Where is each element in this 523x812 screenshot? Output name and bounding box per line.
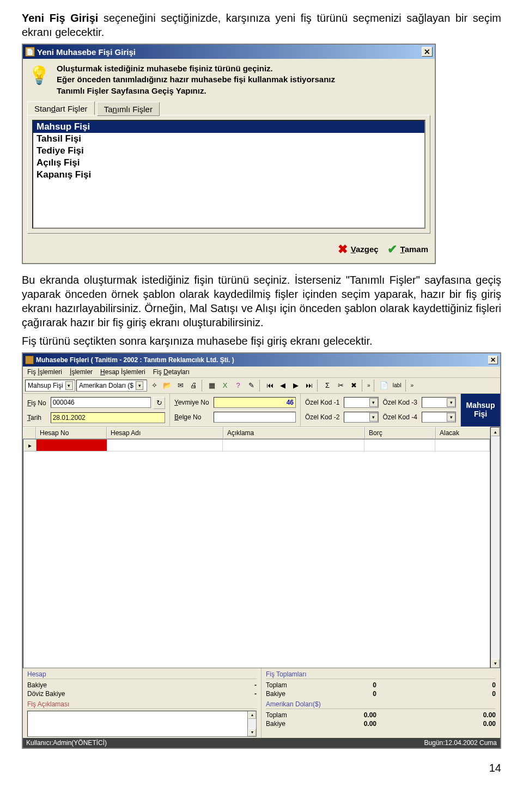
chevron-down-icon[interactable]: ▾ (65, 381, 73, 390)
overflow-icon[interactable]: » (366, 382, 372, 388)
tool-grid-icon[interactable]: ▦ (206, 380, 218, 392)
desc-line-2: Eğer önceden tanımladığınız hazır muhase… (57, 74, 335, 85)
tool-scissors-icon[interactable]: ✂ (335, 380, 346, 392)
currency-combo[interactable]: Amerikan Doları ($ ▾ (76, 380, 147, 392)
refresh-icon[interactable]: ↻ (153, 397, 165, 409)
cell-alacak[interactable] (435, 439, 490, 451)
tool-prev-icon[interactable]: ◀ (277, 380, 289, 392)
ozelkod4-combo[interactable]: ▾ (422, 412, 456, 423)
belge-input[interactable] (214, 412, 296, 423)
menu-item[interactable]: İşlemler (70, 368, 93, 376)
combo-value: Amerikan Doları ($ (79, 382, 133, 389)
dialog-titlebar[interactable]: 📄 Yeni Muhasebe Fişi Girişi ✕ (23, 45, 435, 59)
window-titlebar[interactable]: Muhasebe Fişleri ( Tanitim - 2002 : Tanı… (23, 353, 500, 367)
toolbar: Mahsup Fişi ▾ Amerikan Doları ($ ▾ ✧ 📂 ✉… (23, 378, 500, 394)
grid-body[interactable]: ▸ (23, 439, 490, 668)
lightbulb-icon: 💡 (27, 63, 51, 87)
tool-abi-icon[interactable]: Iabl (391, 380, 403, 392)
grid-column-header[interactable]: Hesap Adı (107, 427, 223, 439)
voucher-type-combo[interactable]: Mahsup Fişi ▾ (25, 380, 75, 392)
chevron-down-icon[interactable]: ▾ (447, 398, 455, 407)
hesap-group-title: Hesap (27, 670, 257, 679)
kv-row: Toplam0.00 (266, 711, 376, 719)
grid-column-header[interactable]: Borç (365, 427, 436, 439)
list-item[interactable]: Tahsil Fişi (33, 133, 424, 145)
scroll-up-icon[interactable]: ▴ (491, 428, 500, 436)
tool-sum-icon[interactable]: Σ (321, 380, 333, 392)
tab-tanimli-fisler[interactable]: Tanımlı Fişler (97, 102, 160, 116)
scroll-down-icon[interactable]: ▾ (248, 729, 256, 736)
voucher-window: Muhasebe Fişleri ( Tanitim - 2002 : Tanı… (22, 352, 501, 749)
tool-doc-icon[interactable]: 📄 (378, 380, 390, 392)
tool-pen-icon[interactable]: ✎ (245, 380, 257, 392)
chevron-down-icon[interactable]: ▾ (136, 381, 143, 390)
separator (362, 380, 364, 392)
fisno-label: Fiş No (27, 399, 46, 407)
kv-row: 0 (385, 689, 496, 698)
cell-aciklama[interactable] (223, 439, 364, 451)
dialog-icon: 📄 (25, 47, 35, 57)
chevron-down-icon[interactable]: ▾ (369, 398, 378, 407)
tool-last-icon[interactable]: ⏭ (303, 380, 315, 392)
scroll-track[interactable] (491, 436, 500, 659)
yevno-input[interactable]: 46 (214, 397, 296, 408)
list-item[interactable]: Kapanış Fişi (33, 169, 424, 181)
overflow-icon[interactable]: » (410, 382, 415, 388)
tool-excel-icon[interactable]: X (219, 380, 231, 392)
new-voucher-dialog: 📄 Yeni Muhasebe Fişi Girişi ✕ 💡 Oluşturm… (22, 44, 436, 264)
desc-line-3: Tanımlı Fişler Sayfasına Geçiş Yapınız. (57, 86, 335, 96)
cell-hesapno[interactable] (37, 439, 107, 451)
tool-help-icon[interactable]: ? (232, 380, 244, 392)
grid-column-header[interactable] (23, 427, 36, 439)
grid-column-header[interactable]: Alacak (436, 427, 490, 439)
list-item[interactable]: Açılış Fişi (33, 157, 424, 169)
separator (202, 380, 204, 392)
close-icon[interactable]: ✕ (422, 47, 433, 57)
oz3-label: Özel Kod -3 (383, 399, 417, 406)
chevron-down-icon[interactable]: ▾ (447, 413, 455, 422)
aciklama-textarea[interactable]: ▴ ▾ (27, 711, 257, 737)
tool-mail-icon[interactable]: ✉ (174, 380, 186, 392)
doviz-group-title: Amerikan Doları($) (266, 700, 496, 709)
ozelkod2-combo[interactable]: ▾ (344, 412, 378, 423)
tool-settings-icon[interactable]: ✖ (348, 380, 360, 392)
voucher-type-list[interactable]: Mahsup FişiTahsil FişiTediye FişiAçılış … (32, 120, 425, 229)
desc-line-1: Oluşturmak istediğiniz muhasebe fişiniz … (57, 63, 335, 74)
list-item[interactable]: Mahsup Fişi (33, 121, 424, 133)
tarih-input[interactable]: 28.01.2002 (51, 412, 165, 423)
scroll-up-icon[interactable]: ▴ (248, 711, 256, 719)
scroll-down-icon[interactable]: ▾ (491, 659, 500, 668)
paragraph-2: Bu ekranda oluşturmak istediğiniz fişin … (22, 273, 501, 329)
memo-scrollbar[interactable]: ▴ ▾ (247, 711, 256, 736)
cancel-button[interactable]: ✖ Vazgeç (338, 242, 379, 257)
menu-item[interactable]: Fiş İşlemleri (27, 368, 62, 376)
fistoplam-group-title: Fiş Toplamları (266, 670, 496, 679)
list-item[interactable]: Tediye Fişi (33, 145, 424, 157)
grid-column-header[interactable]: Hesap No (36, 427, 107, 439)
menu-item[interactable]: Hesap İşlemleri (100, 368, 145, 376)
grid-column-header[interactable]: Açıklama (223, 427, 365, 439)
tab-standart-fisler[interactable]: Standart Fişler (27, 101, 95, 115)
tool-next-icon[interactable]: ▶ (290, 380, 302, 392)
ozelkod3-combo[interactable]: ▾ (422, 397, 456, 408)
paragraph-3: Fiş türünü seçtikten sonra karşınıza muh… (22, 334, 501, 348)
tool-new-icon[interactable]: ✧ (148, 380, 160, 392)
close-icon[interactable]: ✕ (488, 356, 498, 364)
yevno-label: Yevmiye No (174, 399, 209, 406)
window-icon (25, 356, 34, 364)
cell-hesapadi[interactable] (107, 439, 223, 451)
dialog-tabstrip: Standart Fişler Tanımlı Fişler (23, 101, 435, 115)
grid-row[interactable]: ▸ (23, 439, 490, 451)
cell-borc[interactable] (364, 439, 435, 451)
ok-button[interactable]: ✔ Tamam (387, 242, 428, 257)
vertical-scrollbar[interactable]: ▴ ▾ (490, 427, 500, 668)
tool-open-icon[interactable]: 📂 (161, 380, 173, 392)
belge-label: Belge No (174, 413, 209, 421)
tool-first-icon[interactable]: ⏮ (264, 380, 276, 392)
chevron-down-icon[interactable]: ▾ (369, 413, 378, 422)
tool-print-icon[interactable]: 🖨 (187, 380, 199, 392)
menu-item[interactable]: Fiş Detayları (153, 368, 190, 376)
ozelkod1-combo[interactable]: ▾ (344, 397, 378, 408)
header-area: Fiş No 000046 ↻ Tarih 28.01.2002 Yevmiye… (23, 394, 500, 427)
fisno-input[interactable]: 000046 (51, 397, 151, 408)
